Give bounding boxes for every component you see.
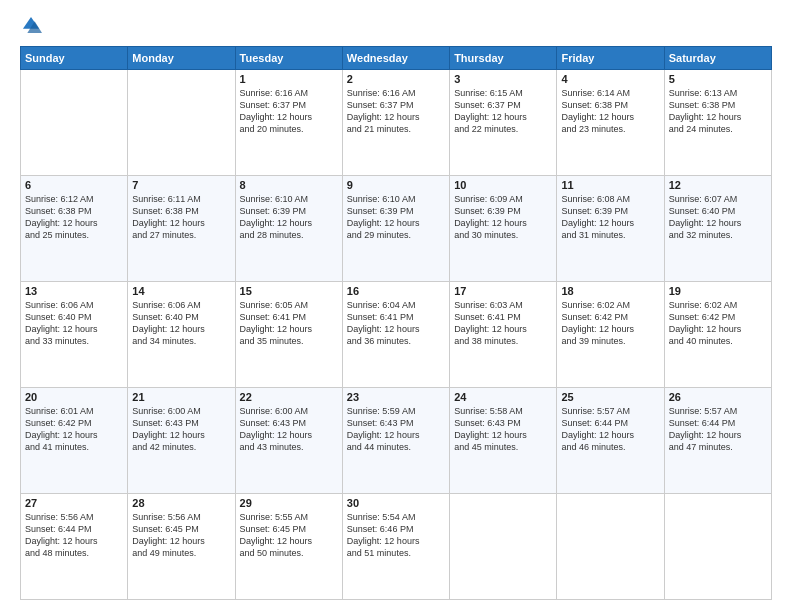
page: SundayMondayTuesdayWednesdayThursdayFrid… bbox=[0, 0, 792, 612]
day-number: 1 bbox=[240, 73, 338, 85]
day-info: Sunrise: 6:16 AM Sunset: 6:37 PM Dayligh… bbox=[347, 87, 445, 136]
day-info: Sunrise: 6:06 AM Sunset: 6:40 PM Dayligh… bbox=[25, 299, 123, 348]
day-info: Sunrise: 5:56 AM Sunset: 6:45 PM Dayligh… bbox=[132, 511, 230, 560]
calendar-cell: 15Sunrise: 6:05 AM Sunset: 6:41 PM Dayli… bbox=[235, 282, 342, 388]
calendar-cell bbox=[450, 494, 557, 600]
calendar-cell: 19Sunrise: 6:02 AM Sunset: 6:42 PM Dayli… bbox=[664, 282, 771, 388]
day-number: 5 bbox=[669, 73, 767, 85]
day-info: Sunrise: 6:07 AM Sunset: 6:40 PM Dayligh… bbox=[669, 193, 767, 242]
calendar-cell: 12Sunrise: 6:07 AM Sunset: 6:40 PM Dayli… bbox=[664, 176, 771, 282]
day-info: Sunrise: 6:04 AM Sunset: 6:41 PM Dayligh… bbox=[347, 299, 445, 348]
calendar-cell bbox=[21, 70, 128, 176]
day-number: 9 bbox=[347, 179, 445, 191]
day-number: 13 bbox=[25, 285, 123, 297]
day-info: Sunrise: 6:14 AM Sunset: 6:38 PM Dayligh… bbox=[561, 87, 659, 136]
day-number: 6 bbox=[25, 179, 123, 191]
calendar-week-2: 6Sunrise: 6:12 AM Sunset: 6:38 PM Daylig… bbox=[21, 176, 772, 282]
day-number: 17 bbox=[454, 285, 552, 297]
day-info: Sunrise: 5:57 AM Sunset: 6:44 PM Dayligh… bbox=[561, 405, 659, 454]
day-number: 20 bbox=[25, 391, 123, 403]
calendar-cell: 23Sunrise: 5:59 AM Sunset: 6:43 PM Dayli… bbox=[342, 388, 449, 494]
day-info: Sunrise: 6:10 AM Sunset: 6:39 PM Dayligh… bbox=[347, 193, 445, 242]
calendar-cell: 25Sunrise: 5:57 AM Sunset: 6:44 PM Dayli… bbox=[557, 388, 664, 494]
calendar-cell: 16Sunrise: 6:04 AM Sunset: 6:41 PM Dayli… bbox=[342, 282, 449, 388]
logo-icon bbox=[20, 14, 42, 36]
col-header-friday: Friday bbox=[557, 47, 664, 70]
calendar-week-3: 13Sunrise: 6:06 AM Sunset: 6:40 PM Dayli… bbox=[21, 282, 772, 388]
day-info: Sunrise: 6:06 AM Sunset: 6:40 PM Dayligh… bbox=[132, 299, 230, 348]
day-info: Sunrise: 6:02 AM Sunset: 6:42 PM Dayligh… bbox=[561, 299, 659, 348]
calendar-cell: 1Sunrise: 6:16 AM Sunset: 6:37 PM Daylig… bbox=[235, 70, 342, 176]
day-number: 29 bbox=[240, 497, 338, 509]
day-info: Sunrise: 6:11 AM Sunset: 6:38 PM Dayligh… bbox=[132, 193, 230, 242]
day-number: 15 bbox=[240, 285, 338, 297]
calendar-cell: 7Sunrise: 6:11 AM Sunset: 6:38 PM Daylig… bbox=[128, 176, 235, 282]
calendar-cell: 3Sunrise: 6:15 AM Sunset: 6:37 PM Daylig… bbox=[450, 70, 557, 176]
calendar-week-1: 1Sunrise: 6:16 AM Sunset: 6:37 PM Daylig… bbox=[21, 70, 772, 176]
calendar-cell: 17Sunrise: 6:03 AM Sunset: 6:41 PM Dayli… bbox=[450, 282, 557, 388]
calendar-week-5: 27Sunrise: 5:56 AM Sunset: 6:44 PM Dayli… bbox=[21, 494, 772, 600]
calendar-cell: 14Sunrise: 6:06 AM Sunset: 6:40 PM Dayli… bbox=[128, 282, 235, 388]
day-info: Sunrise: 6:01 AM Sunset: 6:42 PM Dayligh… bbox=[25, 405, 123, 454]
col-header-wednesday: Wednesday bbox=[342, 47, 449, 70]
col-header-tuesday: Tuesday bbox=[235, 47, 342, 70]
calendar-cell: 29Sunrise: 5:55 AM Sunset: 6:45 PM Dayli… bbox=[235, 494, 342, 600]
day-number: 25 bbox=[561, 391, 659, 403]
calendar-cell: 30Sunrise: 5:54 AM Sunset: 6:46 PM Dayli… bbox=[342, 494, 449, 600]
calendar-cell: 10Sunrise: 6:09 AM Sunset: 6:39 PM Dayli… bbox=[450, 176, 557, 282]
col-header-saturday: Saturday bbox=[664, 47, 771, 70]
day-info: Sunrise: 6:15 AM Sunset: 6:37 PM Dayligh… bbox=[454, 87, 552, 136]
calendar-cell: 24Sunrise: 5:58 AM Sunset: 6:43 PM Dayli… bbox=[450, 388, 557, 494]
day-number: 28 bbox=[132, 497, 230, 509]
day-number: 23 bbox=[347, 391, 445, 403]
day-number: 12 bbox=[669, 179, 767, 191]
day-info: Sunrise: 5:54 AM Sunset: 6:46 PM Dayligh… bbox=[347, 511, 445, 560]
calendar-cell: 2Sunrise: 6:16 AM Sunset: 6:37 PM Daylig… bbox=[342, 70, 449, 176]
day-info: Sunrise: 6:13 AM Sunset: 6:38 PM Dayligh… bbox=[669, 87, 767, 136]
day-info: Sunrise: 5:56 AM Sunset: 6:44 PM Dayligh… bbox=[25, 511, 123, 560]
logo bbox=[20, 16, 44, 36]
calendar-cell: 22Sunrise: 6:00 AM Sunset: 6:43 PM Dayli… bbox=[235, 388, 342, 494]
day-number: 26 bbox=[669, 391, 767, 403]
calendar-cell: 11Sunrise: 6:08 AM Sunset: 6:39 PM Dayli… bbox=[557, 176, 664, 282]
calendar-header-row: SundayMondayTuesdayWednesdayThursdayFrid… bbox=[21, 47, 772, 70]
calendar-table: SundayMondayTuesdayWednesdayThursdayFrid… bbox=[20, 46, 772, 600]
day-number: 10 bbox=[454, 179, 552, 191]
day-info: Sunrise: 6:08 AM Sunset: 6:39 PM Dayligh… bbox=[561, 193, 659, 242]
col-header-sunday: Sunday bbox=[21, 47, 128, 70]
calendar-cell bbox=[557, 494, 664, 600]
day-info: Sunrise: 6:09 AM Sunset: 6:39 PM Dayligh… bbox=[454, 193, 552, 242]
calendar-cell bbox=[664, 494, 771, 600]
day-number: 30 bbox=[347, 497, 445, 509]
calendar-cell: 5Sunrise: 6:13 AM Sunset: 6:38 PM Daylig… bbox=[664, 70, 771, 176]
day-number: 8 bbox=[240, 179, 338, 191]
calendar-cell: 20Sunrise: 6:01 AM Sunset: 6:42 PM Dayli… bbox=[21, 388, 128, 494]
day-number: 16 bbox=[347, 285, 445, 297]
calendar-cell: 6Sunrise: 6:12 AM Sunset: 6:38 PM Daylig… bbox=[21, 176, 128, 282]
day-number: 14 bbox=[132, 285, 230, 297]
day-number: 19 bbox=[669, 285, 767, 297]
day-info: Sunrise: 6:16 AM Sunset: 6:37 PM Dayligh… bbox=[240, 87, 338, 136]
calendar-cell: 13Sunrise: 6:06 AM Sunset: 6:40 PM Dayli… bbox=[21, 282, 128, 388]
col-header-monday: Monday bbox=[128, 47, 235, 70]
day-info: Sunrise: 6:05 AM Sunset: 6:41 PM Dayligh… bbox=[240, 299, 338, 348]
day-number: 27 bbox=[25, 497, 123, 509]
calendar-cell: 9Sunrise: 6:10 AM Sunset: 6:39 PM Daylig… bbox=[342, 176, 449, 282]
calendar-cell: 28Sunrise: 5:56 AM Sunset: 6:45 PM Dayli… bbox=[128, 494, 235, 600]
calendar-cell bbox=[128, 70, 235, 176]
day-number: 21 bbox=[132, 391, 230, 403]
calendar-cell: 26Sunrise: 5:57 AM Sunset: 6:44 PM Dayli… bbox=[664, 388, 771, 494]
day-info: Sunrise: 5:57 AM Sunset: 6:44 PM Dayligh… bbox=[669, 405, 767, 454]
day-number: 22 bbox=[240, 391, 338, 403]
day-info: Sunrise: 6:02 AM Sunset: 6:42 PM Dayligh… bbox=[669, 299, 767, 348]
calendar-cell: 4Sunrise: 6:14 AM Sunset: 6:38 PM Daylig… bbox=[557, 70, 664, 176]
calendar-cell: 18Sunrise: 6:02 AM Sunset: 6:42 PM Dayli… bbox=[557, 282, 664, 388]
col-header-thursday: Thursday bbox=[450, 47, 557, 70]
day-number: 3 bbox=[454, 73, 552, 85]
day-number: 7 bbox=[132, 179, 230, 191]
day-info: Sunrise: 5:59 AM Sunset: 6:43 PM Dayligh… bbox=[347, 405, 445, 454]
day-number: 18 bbox=[561, 285, 659, 297]
day-info: Sunrise: 6:12 AM Sunset: 6:38 PM Dayligh… bbox=[25, 193, 123, 242]
header bbox=[20, 16, 772, 36]
day-info: Sunrise: 6:00 AM Sunset: 6:43 PM Dayligh… bbox=[240, 405, 338, 454]
